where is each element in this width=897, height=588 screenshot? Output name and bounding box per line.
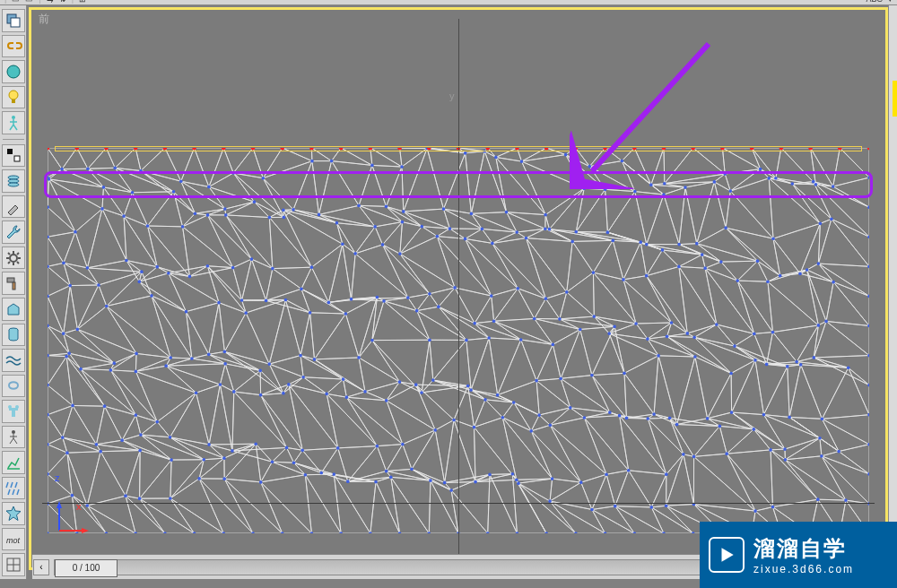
tool-gear[interactable] bbox=[2, 246, 25, 270]
svg-point-413 bbox=[844, 498, 848, 502]
svg-point-144 bbox=[575, 230, 579, 234]
svg-point-349 bbox=[646, 417, 649, 420]
svg-point-203 bbox=[622, 278, 625, 281]
svg-point-403 bbox=[517, 481, 520, 485]
svg-point-336 bbox=[285, 446, 289, 450]
world-axis-x bbox=[42, 503, 875, 504]
svg-point-355 bbox=[837, 450, 840, 454]
tool-bulb[interactable] bbox=[2, 86, 25, 109]
svg-point-106 bbox=[318, 213, 321, 217]
tool-copy[interactable] bbox=[2, 9, 25, 32]
svg-point-150 bbox=[771, 237, 775, 240]
tool-waves[interactable] bbox=[2, 349, 25, 372]
tool-layers[interactable] bbox=[2, 144, 25, 168]
tool-star[interactable] bbox=[2, 502, 25, 525]
svg-point-278 bbox=[282, 392, 285, 395]
svg-point-181 bbox=[817, 262, 821, 265]
tool-bones[interactable] bbox=[2, 400, 25, 423]
svg-point-207 bbox=[736, 279, 739, 282]
svg-point-271 bbox=[65, 355, 68, 359]
svg-point-253 bbox=[370, 339, 374, 342]
svg-point-9 bbox=[8, 179, 19, 183]
tool-chart[interactable] bbox=[2, 451, 25, 474]
svg-point-105 bbox=[292, 208, 295, 212]
svg-point-294 bbox=[753, 359, 757, 362]
svg-point-290 bbox=[623, 372, 626, 376]
svg-point-141 bbox=[515, 230, 518, 234]
svg-point-215 bbox=[105, 305, 109, 308]
svg-point-155 bbox=[62, 262, 65, 265]
timeline-prev-button[interactable]: ‹ bbox=[33, 559, 49, 575]
svg-point-245 bbox=[169, 356, 172, 359]
viewport-label: 前 bbox=[39, 12, 49, 27]
svg-point-384 bbox=[820, 454, 823, 458]
svg-point-221 bbox=[309, 311, 312, 315]
svg-point-201 bbox=[565, 290, 569, 294]
svg-point-261 bbox=[607, 332, 611, 335]
svg-point-205 bbox=[677, 265, 681, 269]
svg-point-225 bbox=[415, 309, 419, 313]
svg-point-354 bbox=[818, 437, 822, 440]
svg-point-327 bbox=[867, 413, 869, 417]
svg-point-143 bbox=[548, 228, 552, 231]
svg-point-115 bbox=[604, 187, 607, 191]
tool-hammer[interactable] bbox=[2, 272, 25, 295]
tool-loop[interactable] bbox=[2, 375, 25, 398]
svg-point-146 bbox=[645, 243, 649, 246]
svg-point-138 bbox=[420, 225, 423, 229]
tool-motion[interactable] bbox=[2, 426, 25, 449]
svg-point-250 bbox=[299, 354, 302, 358]
svg-point-158 bbox=[155, 265, 159, 269]
tool-wrench[interactable] bbox=[2, 220, 25, 244]
svg-point-340 bbox=[401, 443, 405, 446]
svg-point-103 bbox=[253, 200, 257, 203]
svg-point-209 bbox=[806, 268, 809, 272]
tool-rain[interactable] bbox=[2, 477, 25, 500]
timeline-handle[interactable]: 0 / 100 bbox=[55, 559, 118, 577]
svg-point-83 bbox=[494, 156, 498, 160]
svg-point-325 bbox=[788, 416, 791, 419]
watermark-title: 溜溜自学 bbox=[753, 534, 854, 563]
svg-point-248 bbox=[223, 350, 227, 354]
svg-point-342 bbox=[452, 419, 456, 422]
svg-point-306 bbox=[232, 390, 236, 393]
svg-point-303 bbox=[155, 420, 159, 424]
tool-stack[interactable] bbox=[2, 169, 25, 193]
svg-point-371 bbox=[443, 481, 447, 485]
svg-rect-21 bbox=[13, 282, 15, 290]
svg-point-264 bbox=[692, 335, 696, 339]
tool-brush[interactable] bbox=[2, 195, 25, 219]
tool-mot[interactable]: mot bbox=[2, 528, 25, 551]
tool-grid[interactable] bbox=[2, 553, 25, 576]
svg-point-257 bbox=[519, 338, 523, 342]
tool-bevel[interactable] bbox=[2, 298, 25, 321]
tool-cylinder[interactable] bbox=[2, 324, 25, 347]
svg-point-177 bbox=[719, 260, 723, 264]
svg-point-318 bbox=[608, 411, 612, 414]
svg-point-262 bbox=[646, 337, 649, 341]
tool-sphere[interactable] bbox=[2, 60, 25, 83]
svg-point-286 bbox=[496, 393, 500, 397]
play-icon bbox=[709, 537, 745, 573]
svg-point-323 bbox=[730, 411, 734, 414]
svg-point-436 bbox=[662, 532, 666, 533]
viewport-front[interactable]: 前 y bbox=[29, 7, 888, 570]
svg-point-100 bbox=[172, 190, 176, 194]
svg-point-132 bbox=[224, 213, 228, 217]
svg-point-77 bbox=[330, 160, 334, 163]
svg-point-389 bbox=[124, 494, 127, 497]
svg-point-142 bbox=[544, 227, 547, 230]
svg-point-229 bbox=[533, 317, 536, 321]
gizmo-x-label: x bbox=[76, 501, 82, 512]
svg-rect-26 bbox=[12, 410, 15, 417]
svg-point-118 bbox=[684, 186, 687, 189]
svg-point-369 bbox=[385, 470, 388, 473]
svg-point-224 bbox=[382, 299, 386, 303]
svg-point-412 bbox=[816, 497, 820, 501]
svg-point-398 bbox=[389, 475, 393, 479]
svg-point-316 bbox=[537, 413, 541, 417]
tool-figure[interactable] bbox=[2, 111, 25, 134]
svg-point-173 bbox=[611, 238, 614, 242]
svg-point-305 bbox=[219, 383, 222, 386]
tool-link[interactable] bbox=[2, 35, 25, 58]
